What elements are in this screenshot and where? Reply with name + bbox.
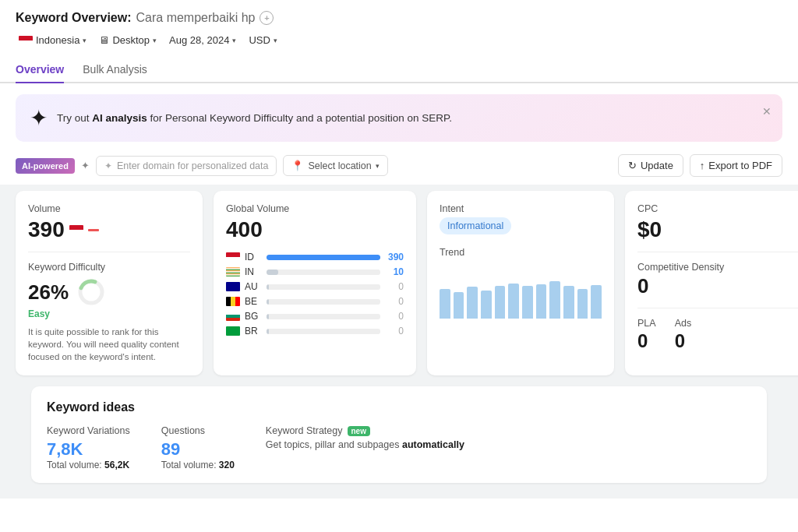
intent-value-wrapper: Informational (440, 217, 602, 236)
cpc-metrics-card: CPC $0 Competitive Density 0 PLA 0 Ads 0 (625, 191, 798, 375)
keyword-variations-item: Keyword Variations 7,8K Total volume: 56… (47, 425, 130, 470)
trend-bar-9 (549, 281, 560, 319)
toolbar: AI-powered ✦ ✦ Enter domain for personal… (0, 150, 798, 185)
keyword-ideas-title: Keyword ideas (47, 400, 751, 414)
country-row-bg: BG 0 (226, 311, 404, 322)
flag-br (226, 326, 240, 336)
volume-kd-card: Volume 390 Keyword Difficulty 26% (16, 191, 203, 375)
kd-label: Keyword Difficulty (28, 262, 190, 273)
questions-item: Questions 89 Total volume: 320 (161, 425, 235, 470)
easy-badge: Easy (28, 308, 190, 319)
bar-bg-au (267, 284, 380, 290)
trend-bar-4 (481, 291, 492, 319)
questions-label: Questions (161, 425, 235, 436)
trend-bar-11 (577, 289, 588, 319)
keyword-strategy-label: Keyword Strategy new (266, 425, 751, 436)
competitive-density-label: Competitive Density (637, 262, 798, 273)
global-volume-card: Global Volume 400 ID 390 IN 10 A (214, 191, 416, 375)
keyword-variations-sub: Total volume: 56,2K (47, 460, 130, 470)
header: Keyword Overview: Cara memperbaiki hp + … (0, 0, 798, 48)
trend-bar-2 (454, 292, 464, 319)
kd-value: 26% (28, 277, 190, 307)
ai-sparkle-icon: ✦ (30, 105, 48, 131)
intent-trend-card: Intent Informational Trend (427, 191, 614, 375)
trend-chart (440, 264, 602, 319)
ai-banner-close-icon[interactable]: ✕ (762, 105, 772, 118)
global-volume-value: 400 (226, 217, 404, 242)
keyword-ideas-wrapper: Keyword ideas Keyword Variations 7,8K To… (0, 386, 798, 499)
divider (28, 252, 190, 252)
trend-bar-1 (440, 289, 450, 319)
volume-indicator (88, 229, 99, 231)
flag-in (226, 267, 240, 277)
keyword-ideas-card: Keyword ideas Keyword Variations 7,8K To… (31, 386, 767, 483)
currency-label: USD (249, 34, 270, 46)
flag-id (226, 252, 240, 262)
country-row-be: BE 0 (226, 296, 404, 307)
keyword-overview-label: Keyword Overview: (16, 11, 132, 25)
cpc-label: CPC (637, 203, 798, 214)
country-chevron-icon: ▾ (83, 37, 87, 44)
device-filter[interactable]: 🖥 Desktop ▾ (96, 33, 160, 48)
questions-value[interactable]: 89 (161, 439, 235, 460)
flag-be (226, 297, 240, 306)
intent-label: Intent (440, 203, 602, 214)
add-keyword-icon[interactable]: + (260, 11, 274, 25)
ads-label: Ads (675, 318, 692, 329)
bar-bg-bg (267, 314, 380, 319)
keyword-strategy-item: Keyword Strategy new Get topics, pillar … (266, 425, 751, 470)
keyword-strategy-description: Get topics, pillar and subpages automati… (266, 439, 751, 450)
ai-banner-text: Try out AI analysis for Personal Keyword… (57, 112, 768, 124)
ai-banner: ✦ Try out AI analysis for Personal Keywo… (16, 94, 782, 142)
trend-bar-7 (522, 286, 533, 319)
cpc-value: $0 (637, 217, 798, 242)
tab-overview[interactable]: Overview (16, 57, 64, 83)
date-chevron-icon: ▾ (232, 37, 236, 44)
country-row-in: IN 10 (226, 266, 404, 277)
country-row-br: BR 0 (226, 326, 404, 336)
country-filter[interactable]: Indonesia ▾ (16, 33, 90, 48)
tab-bulk-analysis[interactable]: Bulk Analysis (83, 57, 147, 83)
refresh-icon: ↻ (628, 160, 637, 171)
flag-au (226, 282, 240, 291)
flag-indonesia (19, 36, 33, 45)
ai-powered-badge: AI-powered (16, 158, 75, 174)
volume-value: 390 (28, 217, 190, 242)
pla-ads-row: PLA 0 Ads 0 (637, 318, 798, 352)
keyword-value: Cara memperbaiki hp (136, 11, 256, 25)
flag-bg (226, 312, 240, 321)
competitive-density-value: 0 (637, 274, 798, 298)
export-button[interactable]: ↑ Export to PDF (690, 154, 782, 177)
keyword-ideas-grid: Keyword Variations 7,8K Total volume: 56… (47, 425, 751, 470)
trend-label: Trend (440, 247, 602, 258)
domain-input-icon: ✦ (104, 160, 112, 171)
domain-input[interactable]: ✦ Enter domain for personalized data (96, 156, 277, 176)
ads-value: 0 (675, 330, 692, 352)
keyword-variations-value[interactable]: 7,8K (47, 439, 130, 460)
new-badge: new (348, 426, 370, 436)
currency-filter[interactable]: USD ▾ (245, 33, 280, 48)
pla-value: 0 (637, 330, 656, 352)
location-label: Select location (308, 160, 371, 171)
kd-description: It is quite possible to rank for this ke… (28, 326, 190, 363)
date-filter[interactable]: Aug 28, 2024 ▾ (166, 33, 239, 48)
update-button[interactable]: ↻ Update (618, 154, 683, 177)
bar-fill-be (267, 299, 269, 305)
cpc-divider (637, 252, 798, 252)
trend-bar-6 (508, 284, 519, 319)
cards-grid: Volume 390 Keyword Difficulty 26% (0, 191, 798, 386)
trend-bar-8 (536, 284, 547, 319)
bar-fill-br (267, 329, 269, 334)
pla-label: PLA (637, 318, 656, 329)
location-select[interactable]: 📍 Select location ▾ (283, 155, 387, 176)
pla-item: PLA 0 (637, 318, 656, 352)
domain-placeholder-text: Enter domain for personalized data (117, 160, 269, 171)
country-row-au: AU 0 (226, 281, 404, 292)
tabs: Overview Bulk Analysis (0, 57, 798, 83)
cd-divider (637, 308, 798, 308)
trend-bar-3 (467, 287, 478, 319)
trend-bar-10 (563, 286, 574, 319)
questions-sub: Total volume: 320 (161, 460, 235, 470)
page-header-title: Keyword Overview: Cara memperbaiki hp + (16, 11, 782, 25)
date-label: Aug 28, 2024 (169, 34, 229, 46)
